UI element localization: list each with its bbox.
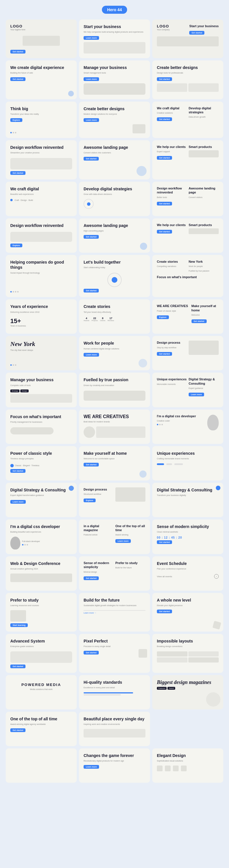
card-btn-3[interactable]: Get started [189, 31, 204, 35]
card-41: in a digital magazine Featured article O… [79, 520, 150, 554]
card-54: Biggest design magazines Featured Award [152, 675, 223, 709]
card-30: Unique experiences Memorable moments Dig… [152, 373, 223, 407]
card-8: Create better designs Modern design solu… [79, 102, 150, 138]
card-33: I'm a digital css developer Creative cod… [152, 409, 223, 444]
card-btn-37[interactable]: Learn more [10, 500, 26, 504]
card-1: LOGO Your tagline here Get started [6, 20, 77, 58]
card-btn-24[interactable]: Explore [157, 315, 169, 319]
card-34: Power of classic style Timeless design p… [6, 446, 77, 480]
logo-text: LOGO [10, 24, 72, 28]
card-36: Unique experiences Crafting memorable br… [152, 446, 223, 480]
card-btn-41[interactable]: Learn more [115, 539, 131, 543]
card-btn-12[interactable]: Get started [157, 156, 172, 160]
card-15: Design workflow reinvented Better tools … [152, 182, 223, 216]
card-10: Design workflow reinvented Streamline yo… [6, 140, 77, 180]
card-22: Years of experience Delivering excellenc… [6, 299, 77, 334]
card-26: Work for people Human-centered digital d… [79, 336, 150, 370]
card-51: Impossible layouts Breaking design conve… [152, 634, 223, 673]
card-21: Create stories Compelling narratives New… [152, 255, 223, 297]
card-7: Think big Transform your ideas into real… [6, 102, 77, 138]
card-40: I'm a digital css developer Building bea… [6, 520, 77, 554]
card-59: Elegant Design Sophisticated visual solu… [152, 748, 223, 783]
card-49: Advanced System Enterprise-grade solutio… [6, 634, 77, 673]
card-3: LOGO Your company Start your business Ge… [152, 20, 223, 58]
page-header: Hero 44 [6, 6, 223, 14]
card-57 [6, 748, 77, 783]
card-37: Digital Strategy & Consulting Expert dig… [6, 483, 77, 517]
card-17: Awesome landing page High-converting pag… [79, 218, 150, 253]
card-35: Make yourself at home Welcome to our com… [79, 446, 150, 480]
arrow-icon: › [214, 574, 219, 579]
card-btn-26[interactable]: Learn more [84, 353, 99, 356]
card-btn-11[interactable]: Get started [84, 157, 99, 160]
card-19: Helping companies do good things Social … [6, 255, 77, 297]
card-48: A whole new level Elevate your digital p… [152, 593, 223, 631]
card-9: We craft digital Creative solutions Get … [152, 102, 223, 138]
card-47: Build for the future Sustainable digital… [79, 593, 150, 631]
card-4: We create digital experience Building th… [6, 60, 77, 99]
card-45: Event Schedule Plan your conference expe… [152, 556, 223, 591]
card-btn-8[interactable]: Learn more [84, 118, 99, 122]
card-btn-44[interactable]: Get started [84, 577, 99, 580]
card-28: Manage your business Complete suite of t… [6, 373, 77, 407]
card-6: Create better designs Design tools for p… [152, 60, 223, 99]
card-grid: LOGO Your tagline here Get started Start… [6, 20, 223, 783]
card-btn-50[interactable]: Get started [84, 651, 99, 654]
card-btn-20[interactable]: Get started [84, 289, 99, 292]
card-btn-27[interactable]: Get started [157, 352, 172, 356]
card-btn-34[interactable]: Get started [10, 469, 26, 473]
card-btn-58[interactable]: Learn more [84, 765, 99, 769]
card-btn-10[interactable]: Get started [10, 171, 26, 175]
card-52: POWERED MEDIA Media solutions that work [6, 675, 77, 709]
card-btn-35[interactable]: Get started [84, 463, 99, 466]
card-btn-48[interactable]: Get started [157, 610, 172, 613]
card-btn-15[interactable]: Get started [157, 202, 172, 206]
card-42: Sense of modern simplicity Clean minimal… [152, 520, 223, 554]
card-14: Develop digital strategies Grow with dat… [79, 182, 150, 216]
card-16: Design workflow reinvented Explore [6, 218, 77, 253]
card-29: Fuelled by true passion Driven by creati… [79, 373, 150, 407]
card-11: Awesome landing page Convert visitors in… [79, 140, 150, 180]
card-18: We help our clients Get started Smart pr… [152, 218, 223, 253]
card-12: We help our clients Expert support Get s… [152, 140, 223, 180]
card-btn-18[interactable]: Get started [157, 230, 172, 234]
card-58: Changes the game forever Revolutionary d… [79, 748, 150, 783]
card-btn-16[interactable]: Explore [10, 244, 22, 247]
card-39: Digital Strategy & Consulting Transform … [152, 483, 223, 517]
card-23: Create stories Tell your brand story eff… [79, 299, 150, 334]
card-2: Start your business We help companies bu… [79, 20, 150, 58]
card-50: Pixel Perfect Precision in every single … [79, 634, 150, 673]
card-btn-5[interactable]: Learn more [84, 77, 99, 81]
card-13: We craft digital Beautiful web experienc… [6, 182, 77, 216]
card-24: WE ARE CREATIVES Power of classic style … [152, 299, 223, 334]
card-38: Design process Structured workflow Explo… [79, 483, 150, 517]
card-btn-55[interactable]: Get started [10, 728, 26, 732]
card-43: Web & Design Conference Annual creative … [6, 556, 77, 591]
card-46: Prefer to study Learning resources and c… [6, 593, 77, 631]
card-20: Let's build together Start collaborating… [79, 255, 150, 297]
card-5: Manage your business Smart management to… [79, 60, 150, 99]
card-55: One of the top of all time Award-winning… [6, 712, 77, 746]
card-btn-17[interactable]: Get started [84, 235, 99, 239]
card-btn-30[interactable]: Learn more [189, 393, 204, 396]
card-btn-7[interactable]: Explore [10, 118, 22, 122]
hero-badge: Hero 44 [102, 6, 127, 14]
card-btn-9[interactable]: Get started [157, 117, 172, 121]
card-btn-6[interactable]: Get started [157, 77, 172, 81]
card-btn-38[interactable]: Explore [84, 499, 95, 502]
card-btn-24b[interactable]: Get started [192, 319, 207, 323]
card-btn-42[interactable]: Get started [157, 540, 172, 544]
card-31: Focus on what's important Priority manag… [6, 409, 77, 444]
card-25: New York The city that never sleeps [6, 336, 77, 370]
card-btn-4[interactable]: Get started [10, 77, 26, 81]
card-53: Hi-quality standards Excellence in every… [79, 675, 150, 709]
card-btn-49[interactable]: Get started [10, 664, 26, 668]
card-44: Sense of modern simplicity Minimal desig… [79, 556, 150, 591]
card-btn-46[interactable]: Start learning [10, 623, 28, 627]
card-btn-1[interactable]: Get started [10, 50, 26, 54]
card-27: Design process Step by step workflow Get… [152, 336, 223, 370]
card-32: WE ARE CREATIVES Bold ideas for modern b… [79, 409, 150, 444]
card-btn-2[interactable]: Learn more [84, 36, 99, 40]
card-56: Beautiful place every single day Inspiri… [79, 712, 150, 746]
